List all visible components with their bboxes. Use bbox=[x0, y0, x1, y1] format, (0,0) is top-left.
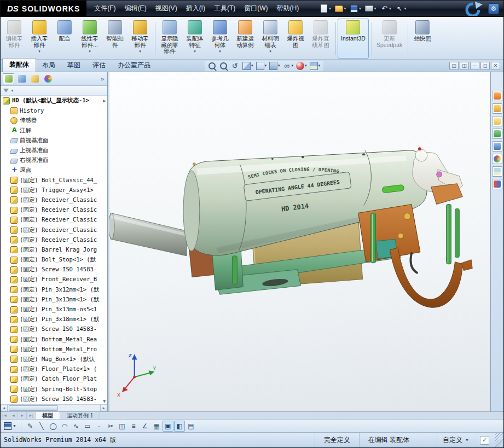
circle-icon[interactable]: ◯ bbox=[48, 421, 59, 432]
scrollbar-thumb[interactable] bbox=[9, 405, 58, 411]
save-icon[interactable]: ▾ bbox=[349, 4, 362, 14]
featuremanager-tab-icon[interactable] bbox=[3, 73, 14, 84]
view-orientation-icon[interactable]: ▾ bbox=[256, 61, 268, 71]
show-hidden-components-button[interactable]: 显示隐 藏的零 部件 bbox=[157, 19, 182, 59]
tree-horizontal-scrollbar[interactable]: ◂ ▸ bbox=[1, 404, 107, 411]
menu-item[interactable]: 工具(T) bbox=[210, 2, 240, 15]
point-icon[interactable]: ∙ bbox=[94, 421, 105, 432]
tree-item[interactable]: (固定) Receiver_Classic bbox=[1, 215, 107, 225]
edit-appearance-icon[interactable]: ▾ bbox=[296, 61, 308, 71]
filter-funnel-icon[interactable] bbox=[3, 89, 9, 92]
resize-grip[interactable] bbox=[495, 433, 503, 447]
tree-item[interactable]: (固定) Spring-Bolt-Stop bbox=[1, 384, 107, 394]
graphics-area[interactable]: SEMI COCKS ON CLOSING / OPENING OPERATIN… bbox=[109, 72, 490, 411]
tree-item[interactable]: HD (默认<默认_显示状态-1> ▶ bbox=[1, 96, 107, 106]
scroll-left-button[interactable]: ◂ bbox=[1, 405, 8, 411]
mirror-icon[interactable]: ◫ bbox=[117, 421, 128, 432]
tree-item[interactable]: History bbox=[1, 106, 107, 115]
hide-show-items-icon[interactable]: ▾ bbox=[282, 61, 294, 71]
open-document-icon[interactable]: ▾ bbox=[334, 4, 347, 14]
tree-item[interactable]: (固定) Screw ISO 14583- bbox=[1, 265, 107, 275]
tree-item[interactable]: (固定) Catch_Floor_Plat bbox=[1, 374, 107, 384]
offset-icon[interactable]: ≡ bbox=[128, 421, 139, 432]
tree-item[interactable]: (固定) Mag_Box<1> (默认 bbox=[1, 354, 107, 364]
apply-scene-icon[interactable]: ▾ bbox=[309, 61, 321, 71]
tab-scroll-button[interactable]: ◄ bbox=[9, 412, 18, 419]
tree-item[interactable]: (固定) Screw ISO 14583- bbox=[1, 324, 107, 334]
tree-item[interactable]: (固定) Receiver_Classic bbox=[1, 225, 107, 235]
tab-scroll-button[interactable]: ►| bbox=[27, 412, 36, 419]
undo-icon[interactable]: ▾ bbox=[379, 4, 392, 14]
trim-icon[interactable]: ✂ bbox=[105, 421, 116, 432]
print-icon[interactable]: ▾ bbox=[364, 4, 378, 14]
tree-item[interactable]: 右视基准面 bbox=[1, 155, 107, 165]
tree-item[interactable]: (固定) Bolt_Classic_44_ bbox=[1, 176, 107, 185]
scroll-right-button[interactable]: ▸ bbox=[100, 405, 107, 411]
spline-icon[interactable]: ∿ bbox=[71, 421, 82, 432]
exploded-view-button[interactable]: 爆炸视 图 bbox=[283, 19, 308, 59]
zoom-area-icon[interactable] bbox=[219, 61, 229, 71]
command-tab[interactable]: 装配体 bbox=[2, 58, 36, 72]
tree-item[interactable]: (固定) Bottom_Metal_Fro bbox=[1, 345, 107, 354]
explode-line-sketch-button[interactable]: 爆炸直 线草图 bbox=[308, 19, 333, 59]
command-tab[interactable]: 草图 bbox=[61, 59, 86, 72]
status-custom-dropdown[interactable]: 自定义 ▼ bbox=[437, 433, 474, 447]
bill-of-materials-button[interactable]: 材料明 细表 ▾ bbox=[258, 19, 283, 59]
tree-item[interactable]: (固定) Barrel_Krag_Jorg bbox=[1, 245, 107, 255]
filter-dropdown-arrow-icon[interactable]: ▼ bbox=[10, 89, 14, 92]
configurationmanager-tab-icon[interactable] bbox=[29, 73, 40, 84]
tree-item[interactable]: (固定) Trigger_Assy<1> bbox=[1, 185, 107, 195]
command-tab[interactable]: 布局 bbox=[36, 59, 61, 72]
instant3d-button[interactable]: Instant3D bbox=[338, 19, 369, 59]
document-tab[interactable]: 模型 bbox=[36, 412, 60, 419]
section-view-icon[interactable]: ▾ bbox=[242, 61, 254, 71]
linear-component-pattern-button[interactable]: 线性零 部件... ▾ bbox=[77, 19, 102, 59]
tree-item[interactable]: (固定) Screw ISO 14583- bbox=[1, 394, 107, 404]
document-tab[interactable]: 运动算例 1 bbox=[60, 412, 100, 419]
save-button[interactable]: ▼ bbox=[3, 422, 18, 430]
sketch-icon[interactable]: ✎ bbox=[25, 421, 36, 432]
scroll-more-icon[interactable]: ▼ bbox=[103, 399, 106, 404]
zoom-fit-icon[interactable] bbox=[207, 61, 217, 71]
assembly-features-button[interactable]: 装配体 特征 ▾ bbox=[182, 19, 207, 59]
tab-scroll-button[interactable]: ► bbox=[18, 412, 27, 419]
insert-components-button[interactable]: 插入零 部件 ▾ bbox=[27, 19, 52, 59]
angle-icon[interactable]: ∠ bbox=[140, 421, 150, 432]
status-check-icon[interactable]: ✓ bbox=[480, 436, 489, 445]
mate-button[interactable]: 配合 bbox=[52, 19, 77, 59]
update-speedpak-button[interactable]: 更新 Speedpak bbox=[373, 19, 405, 59]
minimize-doc-icon[interactable]: ─ bbox=[470, 62, 479, 70]
tree-item[interactable]: (固定) Receiver_Classic bbox=[1, 195, 107, 205]
tree-item[interactable]: 前视基准面 bbox=[1, 136, 107, 146]
new-document-icon[interactable]: ▾ bbox=[318, 4, 332, 14]
tree-item[interactable]: (固定) Pin_3x12mm<1> (默 bbox=[1, 285, 107, 295]
tree-item[interactable]: 原点 bbox=[1, 165, 107, 175]
tree-item[interactable]: 传感器 bbox=[1, 115, 107, 125]
new-motion-study-button[interactable]: 新建运 动算例 bbox=[233, 19, 258, 59]
command-tab[interactable]: 办公室产品 bbox=[112, 59, 157, 72]
tab-scroll-button[interactable]: |◄ bbox=[1, 412, 9, 419]
panel-expand-chevron[interactable]: » bbox=[101, 75, 105, 82]
displaymanager-tab-icon[interactable] bbox=[42, 73, 54, 84]
tree-item[interactable]: (固定) Receiver_Classic bbox=[1, 205, 107, 215]
tree-item[interactable]: (固定) Front_Receiver_B bbox=[1, 275, 107, 284]
display-style-icon[interactable]: ▾ bbox=[269, 61, 281, 71]
take-snapshot-button[interactable]: 拍快照 bbox=[410, 19, 435, 59]
arc-icon[interactable]: ◠ bbox=[59, 421, 70, 432]
rectangle-icon[interactable]: ▭ bbox=[82, 421, 93, 432]
pane-split-left-icon[interactable]: ◫ bbox=[449, 62, 459, 70]
previous-view-icon[interactable] bbox=[230, 61, 240, 71]
tree-item[interactable]: (固定) Pin_3x13mm<1> (默 bbox=[1, 295, 107, 305]
menu-item[interactable]: 视图(V) bbox=[151, 2, 182, 15]
tree-item[interactable]: (固定) Pin_3x13mm-os5<1 bbox=[1, 305, 107, 315]
line-icon[interactable]: ╲ bbox=[36, 421, 47, 432]
pane-split-right-icon[interactable]: ◫ bbox=[460, 62, 469, 70]
tree-item[interactable]: 注解 bbox=[1, 126, 107, 136]
reference-geometry-button[interactable]: 参考几 何体 ▾ bbox=[207, 19, 233, 59]
menu-item[interactable]: 帮助(H) bbox=[273, 2, 304, 15]
menu-item[interactable]: 编辑(E) bbox=[120, 2, 151, 15]
menu-item[interactable]: 插入(I) bbox=[182, 2, 210, 15]
smart-fasteners-button[interactable]: 智能扣 件 bbox=[102, 19, 128, 59]
view-cube-icon[interactable]: ▣ bbox=[163, 421, 173, 432]
grid-icon[interactable]: ▦ bbox=[151, 421, 162, 432]
